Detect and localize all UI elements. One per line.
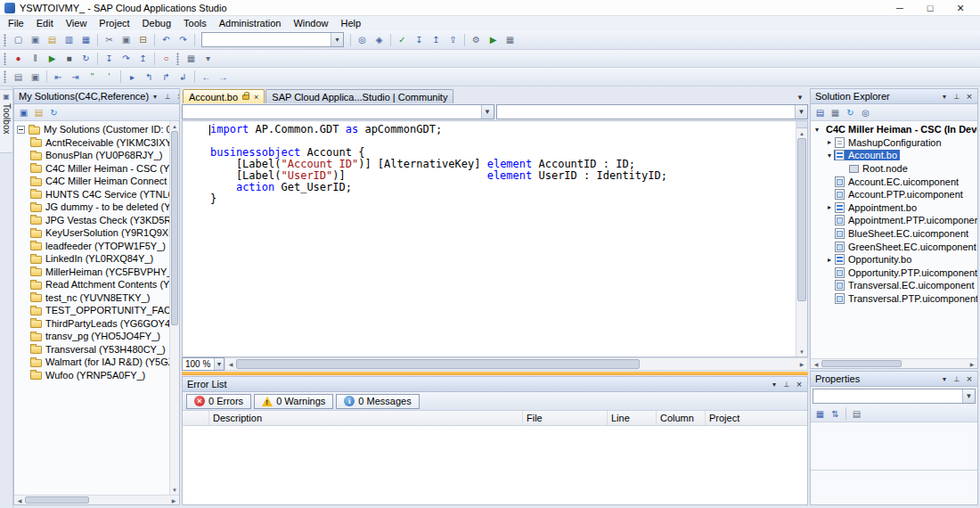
solution-explorer-item[interactable]: ▸Appointment.bo: [811, 201, 977, 215]
solution-tree-item[interactable]: AcntReceivable (YIKMC3IXY_): [14, 136, 169, 150]
display-settings-icon[interactable]: ▤: [10, 69, 27, 85]
start-debug-icon[interactable]: ▶: [44, 51, 61, 67]
property-pages-icon[interactable]: ▤: [849, 406, 864, 421]
undo-icon[interactable]: ↶: [158, 32, 175, 48]
solution-tree-item[interactable]: MillerHeiman (YC5FBVPHY_): [14, 266, 169, 279]
maximize-button[interactable]: □: [915, 3, 945, 13]
members-dropdown[interactable]: ▼: [496, 104, 809, 119]
solution-explorer-item[interactable]: Transversal.EC.uicomponent: [811, 279, 977, 292]
minimize-button[interactable]: ─: [885, 3, 915, 13]
step-out-icon[interactable]: ↥: [135, 51, 151, 67]
solution-explorer-item[interactable]: ▾Account.bo: [811, 149, 977, 162]
expander-icon[interactable]: ▾: [825, 152, 834, 160]
solution-tree-item[interactable]: JG dummy - to be deleted (YA: [14, 201, 169, 214]
solution-explorer-item[interactable]: GreenSheet.EC.uicomponent: [811, 240, 977, 253]
expander-icon[interactable]: ▾: [813, 126, 821, 134]
format-document-icon[interactable]: ▣: [27, 69, 44, 85]
solution-tree-item[interactable]: leadfeeder (YTOPW1F5Y_): [14, 240, 169, 253]
errors-filter-button[interactable]: 0 Errors: [186, 394, 251, 409]
new-file-icon[interactable]: ▢: [10, 32, 27, 48]
solution-tree-item[interactable]: C4C Miller Heiman - CSC (YSW: [14, 162, 169, 176]
tab-list-chevron-icon[interactable]: ▼: [796, 94, 808, 103]
code-editor[interactable]: import AP.Common.GDT as apCommonGDT; bus…: [182, 120, 808, 357]
menu-item-edit[interactable]: Edit: [30, 16, 60, 30]
bookmark-icon[interactable]: ▸: [124, 69, 141, 85]
tab-account-bo[interactable]: Account.bo ×: [183, 89, 265, 103]
layout-dropdown-icon[interactable]: ▾: [200, 51, 216, 67]
next-bookmark-icon[interactable]: ↱: [158, 69, 175, 85]
scroll-left-icon[interactable]: ◀: [811, 359, 821, 368]
toolbox-tab[interactable]: ▣ Toolbox: [0, 89, 13, 153]
window-menu-icon[interactable]: ▾: [149, 91, 161, 102]
options-icon[interactable]: ▦: [502, 32, 519, 48]
collapse-icon[interactable]: [17, 126, 25, 134]
scrollbar-thumb[interactable]: [821, 360, 902, 367]
solution-tree-item[interactable]: TEST_OPPORTUNITY_FACET (: [14, 304, 169, 317]
types-dropdown[interactable]: ▼: [182, 104, 494, 119]
categorized-icon[interactable]: ▦: [813, 406, 828, 421]
close-icon[interactable]: ×: [963, 91, 976, 102]
window-menu-icon[interactable]: ▾: [938, 91, 951, 102]
infos-filter-button[interactable]: 0 Messages: [336, 394, 419, 409]
increase-indent-icon[interactable]: ⇥: [67, 69, 84, 85]
chevron-down-icon[interactable]: ▼: [481, 105, 494, 119]
zoom-combobox[interactable]: 100 % ▼: [182, 357, 225, 371]
scroll-left-icon[interactable]: ◀: [14, 496, 25, 504]
breakpoints-icon[interactable]: ○: [158, 51, 175, 67]
scroll-right-icon[interactable]: ▶: [168, 496, 179, 504]
window-menu-icon[interactable]: ▾: [938, 373, 951, 385]
refresh-icon[interactable]: ↻: [46, 105, 61, 119]
column-header-column[interactable]: Column: [657, 411, 706, 425]
chevron-down-icon[interactable]: ▼: [214, 358, 224, 370]
solution-tree-item[interactable]: transv_pg (YHO5JO4FY_): [14, 330, 169, 343]
solution-explorer-item[interactable]: Account.PTP.uicomponent: [811, 188, 977, 201]
menu-item-tools[interactable]: Tools: [177, 16, 213, 30]
decrease-indent-icon[interactable]: ⇤: [50, 69, 67, 85]
solution-tree-item[interactable]: ThirdPartyLeads (YG6GOY4EY: [14, 317, 169, 331]
scroll-left-icon[interactable]: ◀: [225, 358, 236, 370]
warnings-filter-button[interactable]: 0 Warnings: [254, 394, 333, 409]
scrollbar-thumb[interactable]: [236, 359, 640, 369]
scroll-down-icon[interactable]: ▼: [796, 347, 807, 356]
navigate-backward-icon[interactable]: ←: [198, 69, 215, 85]
menu-item-project[interactable]: Project: [93, 16, 135, 30]
solution-explorer-item[interactable]: ▾C4C Miller Heiman - CSC (In Develop: [811, 123, 977, 136]
split-editor-handle[interactable]: [796, 121, 807, 128]
close-icon[interactable]: ×: [174, 91, 179, 102]
solution-explorer-item[interactable]: Appointment.PTP.uicomponent: [811, 214, 977, 227]
redo-icon[interactable]: ↷: [175, 32, 192, 48]
solution-tree-item[interactable]: C4C Miller Heiman Connect (: [14, 175, 169, 188]
close-icon[interactable]: ×: [793, 379, 805, 390]
editor-vertical-scrollbar[interactable]: ▲ ▼: [796, 121, 807, 356]
solution-tree-item[interactable]: Wufoo (YRNP5A0FY_): [14, 369, 169, 382]
prev-bookmark-icon[interactable]: ↰: [141, 69, 158, 85]
uncomment-icon[interactable]: ': [101, 69, 118, 85]
solution-tree-item[interactable]: test_nc (YUVN8ETKY_): [14, 291, 169, 305]
add-item-icon[interactable]: ▣: [27, 32, 44, 48]
solution-tree-item[interactable]: JPG Vestas Check (Y3KD5RB2Y: [14, 214, 169, 227]
scroll-up-icon[interactable]: ▲: [796, 128, 807, 138]
menu-item-view[interactable]: View: [60, 16, 94, 30]
record-icon[interactable]: ●: [10, 51, 27, 67]
tab-community[interactable]: SAP Cloud Applica...Studio | Community: [265, 89, 453, 103]
solution-tree-item[interactable]: LinkedIn (YL0RXQ84Y_): [14, 252, 169, 266]
show-all-files-icon[interactable]: ▦: [828, 105, 843, 119]
scrollbar-thumb[interactable]: [171, 131, 178, 325]
editor-horizontal-scrollbar[interactable]: ◀ ▶: [225, 357, 808, 371]
navigate-forward-icon[interactable]: →: [215, 69, 232, 85]
menu-item-help[interactable]: Help: [335, 16, 368, 30]
clear-bookmarks-icon[interactable]: ↲: [175, 69, 192, 85]
view-solution-icon[interactable]: ▣: [16, 105, 31, 119]
solution-tree-item[interactable]: KeyUserSolution (Y9R1Q9XUY: [14, 226, 169, 240]
search-icon[interactable]: ◎: [858, 105, 873, 119]
cut-icon[interactable]: ✂: [101, 32, 118, 48]
pin-icon[interactable]: ⊥: [951, 91, 963, 102]
expander-icon[interactable]: ▸: [825, 256, 834, 264]
error-list-body[interactable]: [183, 426, 807, 504]
chevron-down-icon[interactable]: ▼: [795, 105, 807, 119]
open-solution-icon[interactable]: ▤: [31, 105, 46, 119]
tab-close-icon[interactable]: ×: [254, 93, 258, 102]
comment-icon[interactable]: ": [84, 69, 101, 85]
solution-tree-item[interactable]: BonusPlan (YU0P68RJY_): [14, 149, 169, 162]
code-content[interactable]: import AP.Common.GDT as apCommonGDT; bus…: [183, 121, 796, 356]
